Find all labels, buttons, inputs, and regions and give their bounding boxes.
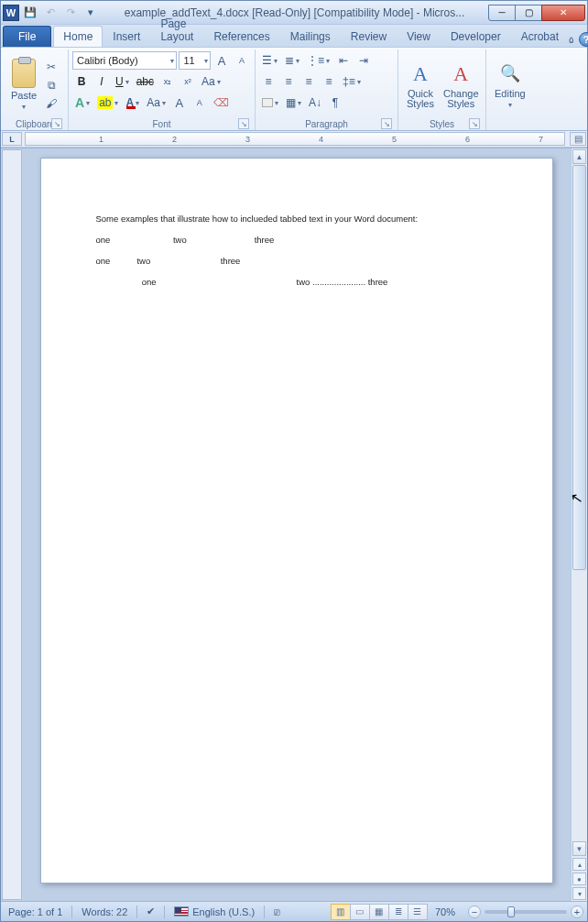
text-effects-button[interactable]: A [72,93,93,112]
font-size-combo[interactable]: 11 ▾ [179,51,211,70]
format-painter-button[interactable]: 🖌 [43,96,60,111]
tab-insert[interactable]: Insert [103,26,150,47]
tab-selector-button[interactable]: L [2,132,22,146]
zoom-thumb[interactable] [507,906,515,917]
qat-customize-button[interactable]: ▾ [82,4,100,22]
file-tab[interactable]: File [3,26,51,47]
align-right-button[interactable]: ≡ [299,72,318,91]
full-screen-view-button[interactable]: ▭ [350,904,370,920]
grow-font-button[interactable]: A [212,51,231,70]
vertical-scrollbar[interactable]: ▲ ▼ ▴ ● ▾ [571,148,587,901]
justify-button[interactable]: ≡ [320,72,338,91]
scroll-thumb[interactable] [572,165,586,570]
font-family-combo[interactable]: Calibri (Body) ▾ [72,51,177,70]
sort-button[interactable]: A↓ [306,93,324,112]
print-layout-view-button[interactable]: ▥ [331,904,351,920]
maximize-button[interactable]: ▢ [515,5,542,21]
increase-indent-button[interactable]: ⇥ [354,51,373,70]
zoom-slider[interactable]: − + [468,906,583,918]
tab-developer[interactable]: Developer [441,26,511,47]
insert-mode[interactable]: ⎚ [270,906,284,917]
scroll-track[interactable] [572,165,587,840]
borders-button[interactable]: ▦ [283,93,304,112]
tab-home[interactable]: Home [53,26,103,47]
numbering-button[interactable]: ≣ [282,51,302,70]
view-ruler-toggle[interactable]: ▤ [570,132,586,146]
clipboard-dialog-launcher[interactable]: ↘ [51,118,62,129]
language-status[interactable]: English (U.S.) [170,906,258,917]
styles-dialog-launcher[interactable]: ↘ [469,118,480,129]
tab-page-layout[interactable]: Page Layout [150,13,203,47]
scroll-down-button[interactable]: ▼ [572,841,586,856]
zoom-in-button[interactable]: + [571,906,583,918]
grow-font2-button[interactable]: A [170,93,189,112]
align-left-button[interactable]: ≡ [259,72,278,91]
line-spacing-button[interactable]: ‡≡ [340,72,364,91]
paragraph-dialog-launcher[interactable]: ↘ [381,118,392,129]
font-color-button[interactable]: A [123,93,142,112]
quick-styles-button[interactable]: A Quick Styles [402,51,439,118]
close-button[interactable]: ✕ [541,5,585,21]
underline-button[interactable]: U [113,72,132,91]
word-count[interactable]: Words: 22 [78,906,131,917]
web-layout-view-button[interactable]: ▦ [369,904,389,920]
decrease-indent-button[interactable]: ⇤ [334,51,353,70]
editing-group-label [490,118,532,130]
minimize-ribbon-icon[interactable]: ۵ [569,35,573,45]
editing-menu-button[interactable]: 🔍 Editing ▾ [490,51,530,118]
tab-acrobat[interactable]: Acrobat [511,26,569,47]
tab-mailings[interactable]: Mailings [280,26,341,47]
shading-button[interactable] [259,93,281,112]
strikethrough-button[interactable]: abc [134,72,157,91]
browse-object-button[interactable]: ● [572,873,586,885]
change-case-button[interactable]: Aa [199,72,223,91]
scroll-up-button[interactable]: ▲ [572,149,586,164]
paste-label: Paste [11,90,37,101]
align-center-button[interactable]: ≡ [279,72,298,91]
multilevel-button[interactable]: ⋮≡ [304,51,332,70]
find-icon: 🔍 [497,60,523,86]
zoom-level[interactable]: 70% [431,906,459,917]
zoom-out-button[interactable]: − [468,906,481,918]
bold-button[interactable]: B [72,72,91,91]
word-app-icon[interactable]: W [3,5,19,21]
subscript-button[interactable]: x₂ [158,72,177,91]
shrink-font-button[interactable]: A [233,51,251,70]
doc-line-2: one two three [96,235,497,245]
clear-formatting-button[interactable]: ⌫ [211,93,232,112]
tab-references[interactable]: References [203,26,279,47]
document-canvas[interactable]: Some examples that illustrate how to inc… [22,148,571,901]
shrink-font2-button[interactable]: A [191,93,209,112]
tab-view[interactable]: View [397,26,441,47]
change-styles-label: Change Styles [443,89,479,109]
minimize-button[interactable]: ─ [488,5,516,21]
font-dialog-launcher[interactable]: ↘ [238,118,249,129]
italic-button[interactable]: I [93,72,111,91]
qat-undo-button[interactable]: ↶ [41,4,60,22]
prev-page-button[interactable]: ▴ [572,858,586,871]
titlebar: W 💾 ↶ ↷ ▾ example_addText_4.docx [Read-O… [1,1,587,25]
tab-review[interactable]: Review [341,26,397,47]
vertical-ruler[interactable] [2,149,22,900]
zoom-track[interactable] [485,910,567,914]
qat-redo-button[interactable]: ↷ [61,4,80,22]
change-styles-button[interactable]: A Change Styles [439,51,484,118]
bullets-button[interactable]: ☰ [259,51,280,70]
superscript-button[interactable]: x² [179,72,197,91]
horizontal-ruler[interactable]: 1 2 3 4 5 6 7 [25,132,565,146]
cut-button[interactable]: ✂ [43,60,60,74]
document-page[interactable]: Some examples that illustrate how to inc… [40,158,553,884]
show-marks-button[interactable]: ¶ [326,93,344,112]
char-shading-button[interactable]: Aa [144,93,169,112]
next-page-button[interactable]: ▾ [572,887,586,900]
page-status[interactable]: Page: 1 of 1 [5,906,66,917]
help-button[interactable]: ? [579,32,588,47]
draft-view-button[interactable]: ☰ [408,904,428,920]
qat-save-button[interactable]: 💾 [21,4,39,22]
copy-button[interactable]: ⧉ [43,78,60,93]
outline-view-button[interactable]: ≣ [388,904,408,920]
highlight-button[interactable]: ab [94,93,121,112]
proofing-status[interactable]: ✔ [143,906,158,917]
paste-button[interactable]: Paste ▾ [6,51,41,118]
doc-line-3: one two three [96,256,497,266]
